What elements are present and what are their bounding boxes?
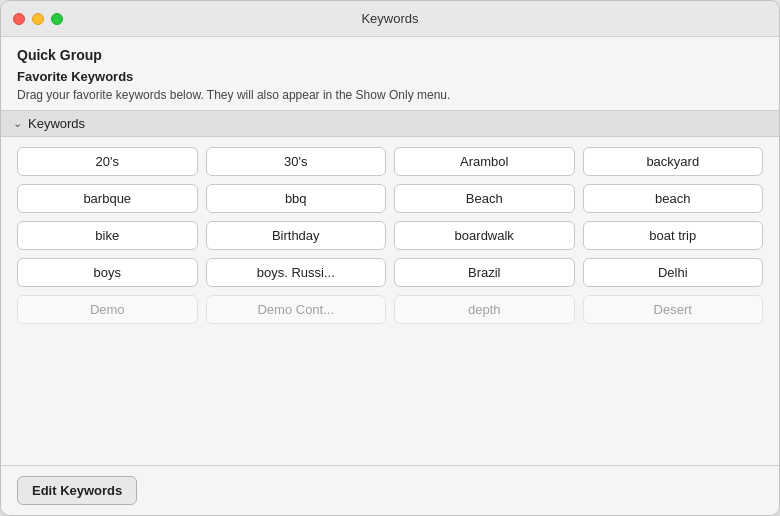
- edit-keywords-button[interactable]: Edit Keywords: [17, 476, 137, 505]
- keywords-window: Keywords Quick Group Favorite Keywords D…: [0, 0, 780, 516]
- list-item[interactable]: Delhi: [583, 258, 764, 287]
- section-header: ⌄ Keywords: [1, 110, 779, 137]
- list-item[interactable]: 30's: [206, 147, 387, 176]
- window-controls: [13, 13, 63, 25]
- list-item[interactable]: beach: [583, 184, 764, 213]
- title-bar: Keywords: [1, 1, 779, 37]
- list-item[interactable]: boys. Russi...: [206, 258, 387, 287]
- list-item[interactable]: Birthday: [206, 221, 387, 250]
- footer: Edit Keywords: [1, 465, 779, 515]
- content-area: Quick Group Favorite Keywords Drag your …: [1, 37, 779, 515]
- keywords-grid: 20's30'sArambolbackyardbarbquebbqBeachbe…: [17, 147, 763, 324]
- list-item[interactable]: bike: [17, 221, 198, 250]
- favorite-keywords-desc: Drag your favorite keywords below. They …: [17, 87, 763, 104]
- list-item[interactable]: Demo Cont...: [206, 295, 387, 324]
- quick-group-section: Quick Group Favorite Keywords Drag your …: [1, 37, 779, 110]
- list-item[interactable]: boardwalk: [394, 221, 575, 250]
- list-item[interactable]: boys: [17, 258, 198, 287]
- list-item[interactable]: 20's: [17, 147, 198, 176]
- list-item[interactable]: backyard: [583, 147, 764, 176]
- favorite-keywords-title: Favorite Keywords: [17, 69, 763, 84]
- maximize-button[interactable]: [51, 13, 63, 25]
- minimize-button[interactable]: [32, 13, 44, 25]
- list-item[interactable]: depth: [394, 295, 575, 324]
- list-item[interactable]: Beach: [394, 184, 575, 213]
- list-item[interactable]: Brazil: [394, 258, 575, 287]
- list-item[interactable]: barbque: [17, 184, 198, 213]
- chevron-down-icon[interactable]: ⌄: [13, 117, 22, 130]
- section-label: Keywords: [28, 116, 85, 131]
- list-item[interactable]: bbq: [206, 184, 387, 213]
- list-item[interactable]: Arambol: [394, 147, 575, 176]
- window-title: Keywords: [361, 11, 418, 26]
- list-item[interactable]: boat trip: [583, 221, 764, 250]
- list-item[interactable]: Desert: [583, 295, 764, 324]
- quick-group-title: Quick Group: [17, 47, 763, 63]
- keywords-grid-container: 20's30'sArambolbackyardbarbquebbqBeachbe…: [1, 137, 779, 465]
- list-item[interactable]: Demo: [17, 295, 198, 324]
- close-button[interactable]: [13, 13, 25, 25]
